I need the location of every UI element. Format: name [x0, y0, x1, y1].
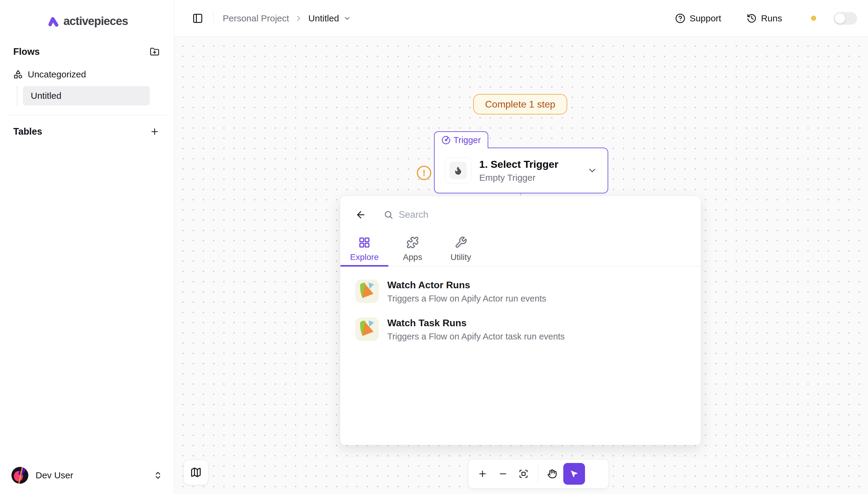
- apify-logo-icon: [355, 280, 379, 303]
- plus-icon: [150, 127, 160, 136]
- user-name: Dev User: [36, 470, 73, 480]
- toolbar-divider: [538, 465, 538, 483]
- flame-icon: [449, 162, 467, 179]
- step-icon-frame: [445, 157, 472, 184]
- list-item-watch-actor-runs[interactable]: Watch Actor Runs Triggers a Flow on Apif…: [352, 275, 689, 308]
- piece-description: Triggers a Flow on Apify Actor run event…: [387, 294, 547, 304]
- app-logo-text: activepieces: [63, 15, 128, 28]
- pan-tool-button[interactable]: [543, 464, 561, 483]
- flow-enabled-toggle[interactable]: [834, 12, 857, 25]
- piece-title: Watch Task Runs: [387, 318, 565, 329]
- hand-icon: [547, 469, 557, 479]
- fit-view-icon: [519, 469, 528, 479]
- toggle-knob: [835, 13, 845, 23]
- trigger-tab-label: Trigger: [454, 135, 481, 145]
- search-icon: [384, 210, 393, 220]
- map-icon: [190, 467, 202, 478]
- topbar: Personal Project Untitled Support: [174, 0, 868, 37]
- popup-tabs: Explore Apps Utility: [340, 232, 701, 266]
- folder-plus-icon: [150, 47, 160, 57]
- tab-utility-label: Utility: [450, 252, 471, 262]
- warning-badge: !: [417, 166, 431, 180]
- fit-view-button[interactable]: [514, 464, 533, 483]
- sidebar-divider: [7, 115, 167, 115]
- arrow-left-icon: [355, 209, 366, 220]
- select-tool-button[interactable]: [563, 463, 585, 484]
- chevrons-up-down-icon: [153, 471, 163, 480]
- tab-explore[interactable]: Explore: [340, 232, 388, 266]
- back-button[interactable]: [354, 208, 367, 222]
- chevron-down-icon[interactable]: [587, 165, 597, 176]
- folder-label: Uncategorized: [28, 69, 86, 79]
- zoom-in-button[interactable]: [473, 464, 492, 483]
- minus-icon: [498, 469, 508, 479]
- new-folder-button[interactable]: [149, 46, 161, 58]
- activepieces-mark-icon: [46, 14, 60, 28]
- list-item-watch-task-runs[interactable]: Watch Task Runs Triggers a Flow on Apify…: [352, 313, 689, 346]
- user-menu[interactable]: Dev User: [8, 464, 165, 487]
- canvas-toolbar: [468, 459, 609, 489]
- history-icon: [746, 13, 757, 23]
- tables-heading: Tables: [13, 126, 42, 137]
- draft-status-dot: [811, 16, 816, 21]
- toggle-sidebar-button[interactable]: [191, 12, 204, 25]
- trigger-step-node[interactable]: 1. Select Trigger Empty Trigger: [434, 148, 608, 193]
- trigger-tab: Trigger: [434, 131, 488, 148]
- breadcrumb-flow-name[interactable]: Untitled: [308, 13, 339, 23]
- flow-canvas[interactable]: Complete 1 step Trigger ! 1. Select Trig…: [174, 37, 868, 494]
- support-label: Support: [689, 13, 721, 23]
- tab-apps[interactable]: Apps: [388, 232, 437, 266]
- tree-indent-line: [17, 86, 17, 106]
- help-circle-icon: [675, 13, 685, 23]
- piece-selector-popup: Explore Apps Utility: [340, 196, 701, 445]
- tab-explore-label: Explore: [350, 252, 379, 262]
- runs-label: Runs: [761, 13, 782, 23]
- avatar: [12, 467, 28, 484]
- zoom-out-button[interactable]: [494, 464, 512, 483]
- step-title: 1. Select Trigger: [479, 158, 558, 170]
- tab-utility[interactable]: Utility: [437, 232, 485, 266]
- piece-title: Watch Actor Runs: [387, 280, 547, 291]
- wrench-icon: [455, 236, 467, 249]
- grid-icon: [358, 236, 371, 249]
- tab-apps-label: Apps: [403, 252, 422, 262]
- support-button[interactable]: Support: [675, 13, 721, 23]
- flows-heading: Flows: [13, 46, 40, 57]
- gauge-icon: [442, 136, 450, 145]
- step-subtitle: Empty Trigger: [479, 173, 558, 183]
- search-input[interactable]: [399, 209, 687, 220]
- shapes-icon: [13, 70, 23, 79]
- chevron-right-icon: [294, 14, 303, 23]
- apify-logo-icon: [355, 318, 379, 341]
- minimap-toggle-button[interactable]: [183, 460, 208, 485]
- complete-step-badge[interactable]: Complete 1 step: [473, 94, 567, 114]
- puzzle-icon: [406, 236, 419, 249]
- breadcrumb: Personal Project Untitled: [223, 13, 351, 23]
- cursor-icon: [569, 469, 579, 479]
- exclamation-glyph: !: [423, 168, 426, 178]
- add-table-button[interactable]: [149, 126, 161, 138]
- sidebar-item-uncategorized[interactable]: Uncategorized: [0, 68, 174, 81]
- sidebar: activepieces Flows Uncategorized Untitle…: [0, 0, 174, 494]
- runs-button[interactable]: Runs: [746, 13, 782, 23]
- app-logo: activepieces: [0, 12, 174, 30]
- sidebar-item-flow-untitled[interactable]: Untitled: [23, 86, 150, 106]
- piece-list: Watch Actor Runs Triggers a Flow on Apif…: [340, 266, 701, 359]
- plus-icon: [478, 469, 487, 479]
- breadcrumb-project[interactable]: Personal Project: [223, 13, 289, 23]
- panel-left-icon: [192, 13, 203, 24]
- piece-description: Triggers a Flow on Apify Actor task run …: [387, 331, 565, 342]
- chevron-down-icon[interactable]: [343, 15, 351, 22]
